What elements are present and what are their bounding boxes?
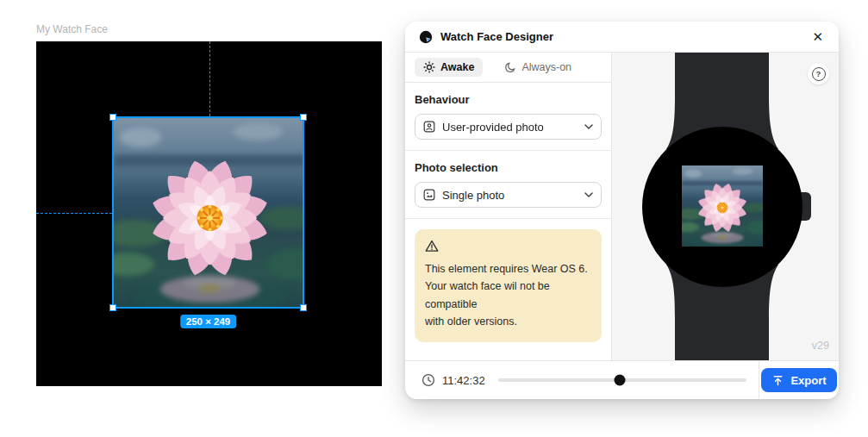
panel-header[interactable]: Watch Face Designer ✕: [405, 22, 839, 53]
chevron-down-icon: [584, 124, 593, 129]
photo-icon: [423, 189, 435, 201]
close-icon[interactable]: ✕: [810, 28, 825, 45]
warning-icon: [425, 240, 439, 253]
tab-always-on-label: Always-on: [521, 61, 571, 73]
behaviour-select[interactable]: User-provided photo: [415, 114, 602, 140]
watch-face-photo: [676, 165, 767, 247]
time-scrub-area: 11:42:32: [405, 361, 759, 399]
upload-icon: [771, 374, 784, 387]
behaviour-section: Behaviour User-provided photo: [405, 83, 611, 150]
watch-preview-pane: ? v29: [612, 53, 839, 360]
resize-handle-top-left[interactable]: [109, 114, 116, 121]
mode-tabs: Awake Always-on: [405, 53, 611, 83]
version-label: v29: [812, 340, 829, 352]
export-area: Export: [759, 361, 839, 399]
plugin-logo-icon: [419, 30, 433, 44]
photo-selection-section: Photo selection Single photo: [405, 150, 611, 218]
warning-text: This element requires Wear OS 6.: [425, 260, 591, 278]
chevron-down-icon: [584, 192, 593, 197]
question-mark-icon: ?: [812, 67, 826, 81]
moon-icon: [504, 61, 516, 73]
photo-selection-label: Photo selection: [415, 161, 602, 174]
selection-size-badge: 250 × 249: [180, 315, 236, 328]
resize-handle-bottom-right[interactable]: [300, 304, 307, 311]
warning-banner: This element requires Wear OS 6. Your wa…: [415, 229, 602, 342]
photo-selection-select[interactable]: Single photo: [415, 182, 602, 208]
clock-icon: [422, 373, 435, 387]
export-button[interactable]: Export: [761, 368, 836, 392]
tab-always-on[interactable]: Always-on: [497, 58, 578, 77]
export-label: Export: [790, 374, 826, 387]
watch-face-frame[interactable]: 250 × 249: [36, 41, 382, 386]
panel-footer: 11:42:32 Export: [405, 360, 839, 399]
tab-awake-label: Awake: [440, 61, 474, 73]
selected-photo-layer[interactable]: 250 × 249: [112, 116, 304, 309]
panel-title: Watch Face Designer: [440, 30, 802, 43]
time-slider[interactable]: [498, 361, 746, 399]
frame-label[interactable]: My Watch Face: [36, 23, 108, 35]
tab-awake[interactable]: Awake: [415, 58, 483, 77]
lotus-photo: [114, 118, 303, 307]
behaviour-label: Behaviour: [415, 93, 602, 106]
preview-time: 11:42:32: [442, 374, 485, 387]
resize-handle-bottom-left[interactable]: [109, 304, 116, 311]
alignment-guide-horizontal: [36, 213, 112, 214]
warning-section: This element requires Wear OS 6. Your wa…: [405, 218, 611, 353]
sun-icon: [423, 61, 435, 73]
behaviour-value: User-provided photo: [442, 121, 578, 134]
app-window: My Watch Face 250 × 249 Watch Face Desig…: [0, 0, 868, 437]
slider-thumb[interactable]: [614, 375, 625, 386]
alignment-guide-vertical: [209, 41, 210, 116]
resize-handle-top-right[interactable]: [300, 114, 307, 121]
user-photo-icon: [423, 121, 435, 133]
warning-text: Your watch face wil not be compatible: [425, 278, 591, 313]
watch-face-designer-panel: Watch Face Designer ✕: [405, 22, 839, 399]
help-button[interactable]: ?: [808, 63, 829, 84]
photo-selection-value: Single photo: [442, 189, 578, 202]
warning-text: with older versions.: [425, 313, 591, 330]
controls-column: Awake Always-on Behaviour: [405, 53, 612, 360]
watch-mockup: [612, 53, 838, 360]
